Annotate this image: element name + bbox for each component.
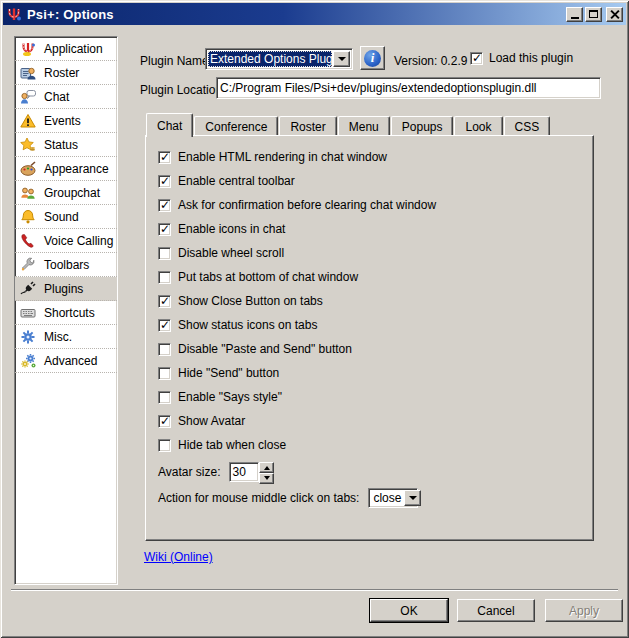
tab-popups[interactable]: Popups xyxy=(391,116,454,135)
show-close-button-checkbox[interactable] xyxy=(158,295,171,308)
plugin-location-label: Plugin Location: xyxy=(140,83,225,97)
tabs-at-bottom-checkbox[interactable] xyxy=(158,271,171,284)
checkbox-row: Enable "Says style" xyxy=(158,385,593,409)
tab-menu[interactable]: Menu xyxy=(338,116,390,135)
phone-icon xyxy=(20,233,36,249)
checkbox-label[interactable]: Ask for confirmation before clearing cha… xyxy=(178,198,436,212)
plug-icon xyxy=(20,281,36,297)
enable-central-toolbar-checkbox[interactable] xyxy=(158,175,171,188)
plugin-name-label: Plugin Name: xyxy=(140,54,212,68)
tab-chat[interactable]: Chat xyxy=(146,113,193,137)
plugin-location-input[interactable] xyxy=(217,78,600,98)
checkbox-row: Enable HTML rendering in chat window xyxy=(158,145,593,169)
sidebar-item-events[interactable]: Events xyxy=(15,109,117,133)
checkbox-label[interactable]: Enable "Says style" xyxy=(178,390,282,404)
sidebar-item-voice-calling[interactable]: Voice Calling xyxy=(15,229,117,253)
sidebar-item-appearance[interactable]: Appearance xyxy=(15,157,117,181)
close-icon xyxy=(610,10,619,19)
checkbox-label[interactable]: Hide tab when close xyxy=(178,438,286,452)
ok-button[interactable]: OK xyxy=(370,599,448,622)
sidebar-item-label: Appearance xyxy=(44,162,109,176)
plugin-name-dropdown-button[interactable] xyxy=(333,51,350,67)
load-plugin-label: Load this plugin xyxy=(489,51,573,65)
roster-icon xyxy=(20,65,36,81)
enable-says-style-checkbox[interactable] xyxy=(158,391,171,404)
apply-button[interactable]: Apply xyxy=(545,599,623,622)
tab-look[interactable]: Look xyxy=(454,116,502,135)
checkbox-row: Disable wheel scroll xyxy=(158,241,593,265)
chevron-down-icon xyxy=(264,476,270,483)
sidebar-item-plugins[interactable]: Plugins xyxy=(15,277,117,301)
star-icon xyxy=(20,137,36,153)
sidebar-item-groupchat[interactable]: Groupchat xyxy=(15,181,117,205)
sidebar-item-label: Plugins xyxy=(44,282,83,296)
middle-click-dropdown-button[interactable] xyxy=(404,490,421,506)
hide-send-button-checkbox[interactable] xyxy=(158,367,171,380)
sidebar-item-toolbars[interactable]: Toolbars xyxy=(15,253,117,277)
checkbox-label[interactable]: Enable HTML rendering in chat window xyxy=(178,150,387,164)
middle-click-selected-value: close xyxy=(370,490,404,506)
maximize-icon xyxy=(589,10,598,18)
middle-click-combobox[interactable]: close xyxy=(368,488,418,508)
hide-tab-when-close-checkbox[interactable] xyxy=(158,439,171,452)
palette-icon xyxy=(20,161,36,177)
minimize-icon xyxy=(571,17,579,19)
load-plugin-checkbox-row: Load this plugin xyxy=(470,51,573,65)
sidebar-item-chat[interactable]: Chat xyxy=(15,85,117,109)
avatar-size-input[interactable] xyxy=(230,463,258,481)
confirm-clearing-checkbox[interactable] xyxy=(158,199,171,212)
close-button[interactable] xyxy=(606,7,623,22)
tab-css[interactable]: CSS xyxy=(504,116,551,135)
plugin-version-label: Version: 0.2.9 xyxy=(394,54,467,68)
checkbox-row: Ask for confirmation before clearing cha… xyxy=(158,193,593,217)
sidebar-item-sound[interactable]: Sound xyxy=(15,205,117,229)
sidebar-item-shortcuts[interactable]: Shortcuts xyxy=(15,301,117,325)
checkbox-label[interactable]: Show status icons on tabs xyxy=(178,318,317,332)
sidebar-item-label: Advanced xyxy=(44,354,97,368)
plugin-info-button[interactable]: i xyxy=(360,46,385,70)
checkbox-label[interactable]: Disable wheel scroll xyxy=(178,246,284,260)
checkbox-label[interactable]: Hide "Send" button xyxy=(178,366,279,380)
sidebar-item-advanced[interactable]: Advanced xyxy=(15,349,117,373)
checkbox-row: Enable icons in chat xyxy=(158,217,593,241)
checkbox-label[interactable]: Show Avatar xyxy=(178,414,245,428)
minimize-button[interactable] xyxy=(566,7,583,22)
show-avatar-checkbox[interactable] xyxy=(158,415,171,428)
spin-down-button[interactable] xyxy=(259,473,274,484)
tab-roster[interactable]: Roster xyxy=(279,116,336,135)
maximize-button[interactable] xyxy=(585,7,602,22)
checkbox-label[interactable]: Enable icons in chat xyxy=(178,222,285,236)
checkbox-label[interactable]: Put tabs at bottom of chat window xyxy=(178,270,358,284)
sidebar-item-status[interactable]: Status xyxy=(15,133,117,157)
load-plugin-checkbox[interactable] xyxy=(470,52,483,65)
warning-icon xyxy=(20,113,36,129)
keyboard-icon xyxy=(20,305,36,321)
checkbox-label[interactable]: Disable "Paste and Send" button xyxy=(178,342,352,356)
disable-wheel-scroll-checkbox[interactable] xyxy=(158,247,171,260)
app-psi-icon xyxy=(6,6,22,22)
tab-conference[interactable]: Conference xyxy=(194,116,278,135)
disable-paste-send-checkbox[interactable] xyxy=(158,343,171,356)
sidebar-item-misc[interactable]: Misc. xyxy=(15,325,117,349)
cancel-button[interactable]: Cancel xyxy=(457,599,535,622)
plugin-name-combobox[interactable]: Extended Options Plugin xyxy=(205,48,353,70)
sidebar-item-label: Application xyxy=(44,42,103,56)
enable-html-rendering-checkbox[interactable] xyxy=(158,151,171,164)
avatar-size-row: Avatar size: xyxy=(158,459,593,485)
show-status-icons-checkbox[interactable] xyxy=(158,319,171,332)
gear-icon xyxy=(20,329,36,345)
spin-up-button[interactable] xyxy=(259,462,274,473)
enable-icons-in-chat-checkbox[interactable] xyxy=(158,223,171,236)
checkbox-row: Show status icons on tabs xyxy=(158,313,593,337)
bell-icon xyxy=(20,209,36,225)
checkbox-label[interactable]: Show Close Button on tabs xyxy=(178,294,323,308)
sidebar-item-label: Toolbars xyxy=(44,258,89,272)
sidebar-item-application[interactable]: Application xyxy=(15,37,117,61)
window-title: Psi+: Options xyxy=(27,7,114,22)
wiki-online-link[interactable]: Wiki (Online) xyxy=(144,550,213,564)
plugin-name-selected-value: Extended Options Plugin xyxy=(208,51,332,67)
middle-click-row: Action for mouse middle click on tabs: c… xyxy=(158,485,593,511)
sidebar-item-label: Groupchat xyxy=(44,186,100,200)
sidebar-item-roster[interactable]: Roster xyxy=(15,61,117,85)
checkbox-label[interactable]: Enable central toolbar xyxy=(178,174,295,188)
